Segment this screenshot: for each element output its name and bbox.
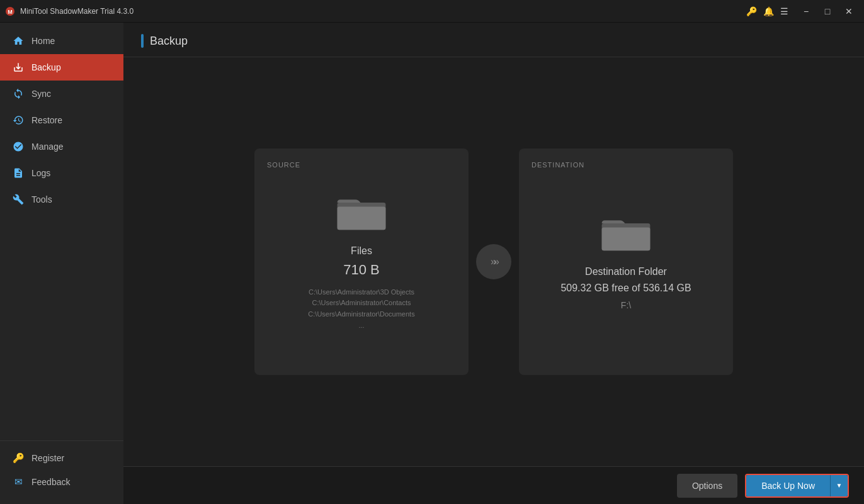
source-path-1: C:\Users\Administrator\3D Objects [308,287,414,298]
sidebar-item-tools[interactable]: Tools [0,186,123,213]
destination-drive: F:\ [621,300,631,310]
source-path-3: C:\Users\Administrator\Documents [308,309,414,320]
maximize-button[interactable]: □ [817,3,838,20]
sidebar-item-home[interactable]: Home [0,28,123,54]
sidebar-item-register[interactable]: 🔑 Register [0,446,123,470]
title-bar-icon-group: 🔑 🔔 ☰ [746,6,788,16]
title-bar: M MiniTool ShadowMaker Trial 4.3.0 🔑 🔔 ☰… [0,0,864,23]
sidebar-item-backup-label: Backup [31,62,61,72]
svg-rect-5 [602,227,651,250]
sidebar-bottom: 🔑 Register ✉ Feedback [0,440,123,504]
source-path-2: C:\Users\Administrator\Contacts [308,298,414,309]
destination-free-space: 509.32 GB free of 536.14 GB [560,283,691,294]
app-logo-icon: M [5,6,15,16]
sidebar-item-tools-label: Tools [31,194,52,204]
options-button[interactable]: Options [677,474,737,498]
backup-button-group: Back Up Now ▼ [745,474,849,498]
source-path-more: ... [308,320,414,332]
mail-icon: ✉ [13,476,24,488]
logs-icon [13,167,24,179]
sidebar-item-home-label: Home [31,36,55,46]
arrow-icon: »» [491,256,497,267]
arrow-connector: »» [469,244,519,279]
destination-card[interactable]: DESTINATION Destination Folder 509.32 GB… [519,148,733,375]
backup-now-button[interactable]: Back Up Now [746,475,830,496]
title-bar-text: MiniTool ShadowMaker Trial 4.3.0 [20,7,746,16]
sidebar-item-sync-label: Sync [31,89,51,99]
restore-icon [13,115,24,126]
backup-icon [13,62,24,73]
source-paths: C:\Users\Administrator\3D Objects C:\Use… [308,287,414,331]
source-label: SOURCE [267,161,300,169]
minimize-button[interactable]: − [796,3,816,20]
key-icon[interactable]: 🔑 [746,6,757,16]
source-card[interactable]: SOURCE Files 710 B C:\Users\Administrato… [254,148,469,375]
menu-icon[interactable]: ☰ [780,6,788,16]
page-header-bar [141,34,144,48]
sidebar-item-logs[interactable]: Logs [0,160,123,186]
tools-icon [13,194,24,205]
sidebar-item-sync[interactable]: Sync [0,81,123,107]
sidebar-item-register-label: Register [31,453,64,463]
page-title: Backup [150,35,188,48]
app-body: Home Backup Sync Restore [0,23,864,504]
source-folder-icon [336,193,387,233]
destination-type-label: Destination Folder [585,266,667,277]
arrow-circle: »» [476,244,511,279]
sidebar-item-restore-label: Restore [31,115,62,125]
manage-icon [13,141,24,152]
bottom-bar: Options Back Up Now ▼ [123,466,864,504]
destination-label: DESTINATION [531,161,584,169]
key-register-icon: 🔑 [13,452,24,464]
main-content: Backup SOURCE Files 710 B [123,23,864,504]
svg-text:M: M [8,9,13,15]
close-button[interactable]: ✕ [839,3,859,20]
backup-dropdown-button[interactable]: ▼ [830,475,848,496]
window-controls: − □ ✕ [796,3,859,20]
sync-icon [13,88,24,99]
source-size: 710 B [343,262,380,278]
svg-rect-3 [338,206,386,230]
sidebar-item-backup[interactable]: Backup [0,54,123,81]
sidebar: Home Backup Sync Restore [0,23,123,504]
sidebar-item-feedback-label: Feedback [31,477,70,487]
sidebar-item-logs-label: Logs [31,168,50,178]
home-icon [13,35,24,47]
sidebar-item-manage[interactable]: Manage [0,133,123,160]
notification-icon[interactable]: 🔔 [763,6,774,16]
sidebar-item-feedback[interactable]: ✉ Feedback [0,470,123,494]
destination-folder-icon [601,213,651,254]
page-header: Backup [123,23,864,57]
backup-area: SOURCE Files 710 B C:\Users\Administrato… [123,57,864,466]
sidebar-nav: Home Backup Sync Restore [0,23,123,440]
source-type-label: Files [351,245,372,257]
sidebar-item-restore[interactable]: Restore [0,107,123,133]
sidebar-item-manage-label: Manage [31,142,64,152]
